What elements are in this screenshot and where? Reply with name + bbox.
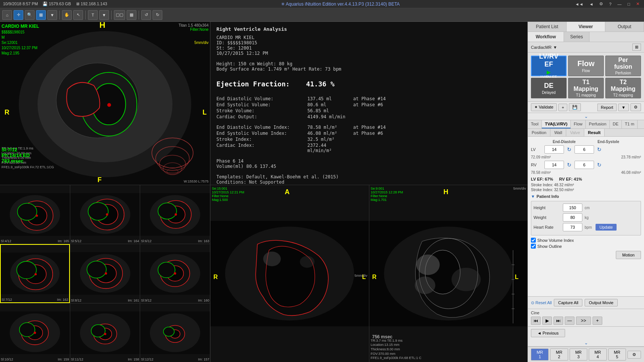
update-btn[interactable]: Update xyxy=(596,224,616,231)
thumb-8-slice: Sl:11/12 xyxy=(71,357,83,361)
tab-viewer[interactable]: Viewer xyxy=(567,22,605,32)
cine-first[interactable]: ⏮ xyxy=(531,317,541,325)
bottom-buttons: ⊙ Reset All Capture All Output Movie xyxy=(528,296,644,309)
tb-pan[interactable]: ✋ xyxy=(62,10,72,20)
atab-tva[interactable]: TVA(LV/RV) xyxy=(542,120,571,128)
rtab-valve[interactable]: Valve xyxy=(566,129,584,136)
atab-tool[interactable]: Tool xyxy=(528,120,542,128)
cardiacmr-label: CardiacMR xyxy=(531,45,552,50)
cine-play[interactable]: ▶ xyxy=(542,317,552,325)
rv-ed-refresh[interactable]: ↻ xyxy=(566,162,572,168)
save-btn[interactable]: 💾 xyxy=(569,103,581,111)
thumb-8[interactable]: Sl:11/12 Im: 158 xyxy=(70,303,140,362)
lv-ed-refresh[interactable]: ↻ xyxy=(566,146,572,152)
rtab-wall[interactable]: Wall xyxy=(550,129,566,136)
expand-arrow[interactable]: ⌄ xyxy=(584,114,588,119)
topbar-minimize[interactable]: — xyxy=(616,2,623,6)
thumbnail-grid: Sl:4/12 Im: 165 Sl:5/12 Im: 164 xyxy=(0,185,210,362)
rtab-position[interactable]: Position xyxy=(528,129,550,136)
tb-redo[interactable]: ↻ xyxy=(153,10,162,20)
tb-home[interactable]: ⌂ xyxy=(2,10,12,20)
more-opts[interactable]: ⚙ xyxy=(630,103,641,111)
validate-btn[interactable]: ✦ Validate xyxy=(531,103,557,111)
tb-undo[interactable]: ↺ xyxy=(141,10,151,20)
add-btn[interactable]: + xyxy=(558,104,567,111)
report-opts[interactable]: ▼ xyxy=(618,104,629,111)
subtab-series[interactable]: Series xyxy=(564,32,589,42)
expand-btn[interactable]: ⊞ xyxy=(632,44,641,51)
tb-dropdown[interactable]: ▼ xyxy=(47,10,57,20)
rv-es-refresh[interactable]: ↻ xyxy=(596,162,602,168)
rtab-result[interactable]: Result xyxy=(584,129,605,136)
weight-input[interactable] xyxy=(563,213,582,222)
thumb-9[interactable]: Sl:12/12 Im: 157 xyxy=(140,303,210,362)
topbar-maximize[interactable]: □ xyxy=(626,2,632,6)
subtab-workflow[interactable]: Workflow xyxy=(528,32,564,42)
analysis-text: Right Ventricle Analysis CARDIO MR KIEL … xyxy=(210,22,528,185)
thumb-3[interactable]: Sl:6/12 Im: 163 xyxy=(140,185,210,244)
height-input[interactable] xyxy=(563,204,582,212)
topbar-back[interactable]: ◄◄ xyxy=(574,2,585,6)
lv-ed-input[interactable] xyxy=(544,145,564,154)
lv-es-refresh[interactable]: ↻ xyxy=(596,146,602,152)
topbar-fwd[interactable]: ◄ xyxy=(588,2,595,6)
tb-layout[interactable]: ▦ xyxy=(36,10,46,20)
bnav-mr5[interactable]: MR 5 xyxy=(608,348,626,360)
reset-all-btn[interactable]: ⊙ Reset All xyxy=(531,300,552,305)
capture-all-btn[interactable]: Capture All xyxy=(554,299,582,306)
report-btn[interactable]: Report xyxy=(597,104,617,111)
tab-patient-list[interactable]: Patient List xyxy=(528,22,567,32)
tb-grid2[interactable]: ▦ xyxy=(127,10,136,20)
thumb-5[interactable]: Sl:8/12 Im: 161 xyxy=(70,244,140,303)
previous-btn[interactable]: ◄ Previous xyxy=(531,329,565,337)
wf-flow[interactable]: Flow Flow xyxy=(568,56,604,76)
tb-grid1[interactable]: ▢▢ xyxy=(114,10,125,20)
tab-output[interactable]: Output xyxy=(605,22,644,32)
tb-select[interactable]: ↖ xyxy=(73,10,83,20)
show-outline-checkbox[interactable] xyxy=(531,244,536,249)
tb-cursor[interactable]: ✛ xyxy=(14,10,23,20)
atab-t1m[interactable]: T1 m xyxy=(622,120,638,128)
wf-t2map[interactable]: T2Mapping T2 mapping xyxy=(605,78,641,98)
topbar-close[interactable]: ✕ xyxy=(635,2,641,6)
patient-info-toggle[interactable]: ▼ Patient Info xyxy=(531,194,641,199)
atab-flow[interactable]: Flow xyxy=(571,120,586,128)
motion-btn[interactable]: Motion xyxy=(616,251,641,259)
wf-t1map[interactable]: T1Mapping T1 mapping xyxy=(568,78,604,98)
output-movie-btn[interactable]: Output Movie xyxy=(585,299,617,306)
wf-perfusion[interactable]: Perfusion Perfusion xyxy=(605,56,641,76)
bnav-mr4[interactable]: MR 4 xyxy=(589,348,606,360)
rv-es-input[interactable] xyxy=(574,161,594,169)
atab-de[interactable]: DE xyxy=(610,120,622,128)
lv-es-input[interactable] xyxy=(574,145,594,154)
thumb-2[interactable]: Sl:5/12 Im: 164 xyxy=(70,185,140,244)
thumb-1[interactable]: Sl:4/12 Im: 165 xyxy=(0,185,70,244)
cine-last[interactable]: ⏭ xyxy=(553,317,563,325)
thumb-4[interactable]: Sl:7/12 Im: 162 xyxy=(0,244,70,303)
tb-zoom[interactable]: 🔍 xyxy=(25,10,35,20)
expand-arrow-bottom[interactable]: ⌄ xyxy=(584,340,588,345)
thumb-7[interactable]: Sl:10/12 Im: 159 xyxy=(0,303,70,362)
cine-fast-fwd[interactable]: >> xyxy=(576,317,591,325)
cine-minus[interactable]: — xyxy=(565,317,574,325)
cine-plus[interactable]: + xyxy=(593,317,602,325)
bnav-mr2[interactable]: MR 2 xyxy=(550,348,568,360)
bnav-mr3[interactable]: MR 3 xyxy=(570,348,587,360)
bnav-more[interactable]: ⚙ xyxy=(627,351,641,359)
cardiacmr-dropdown[interactable]: ▼ xyxy=(553,45,557,50)
bnav-mr1[interactable]: MR 1 xyxy=(531,348,549,360)
bottom-img-2[interactable]: Se:9:001 10/27/2015 12:28 PM Filter:None… xyxy=(369,185,528,362)
rv-ed-input[interactable] xyxy=(544,161,564,169)
thumb-6[interactable]: Sl:9/12 Im: 160 xyxy=(140,244,210,303)
atab-perfusion[interactable]: Perfusion xyxy=(586,120,609,128)
topbar-settings[interactable]: ⚙ xyxy=(598,2,605,6)
wf-de[interactable]: DE Delayed xyxy=(531,78,567,98)
main-image[interactable]: H R L F CARDIO MR KIEL $$$$$198015 M Se:… xyxy=(0,22,210,185)
show-volume-checkbox[interactable] xyxy=(531,238,536,243)
topbar-help[interactable]: ? xyxy=(608,2,613,6)
bottom-img-1[interactable]: Se:15:001 10/27/2015 12:21 PM Filter:Non… xyxy=(210,185,369,362)
wf-lvrv-ef[interactable]: LV/RVEF ▶ LV/RV EF xyxy=(531,56,567,76)
tb-text[interactable]: T xyxy=(88,10,98,20)
tb-text-drop[interactable]: ▼ xyxy=(99,10,109,20)
hr-input[interactable] xyxy=(563,223,582,231)
